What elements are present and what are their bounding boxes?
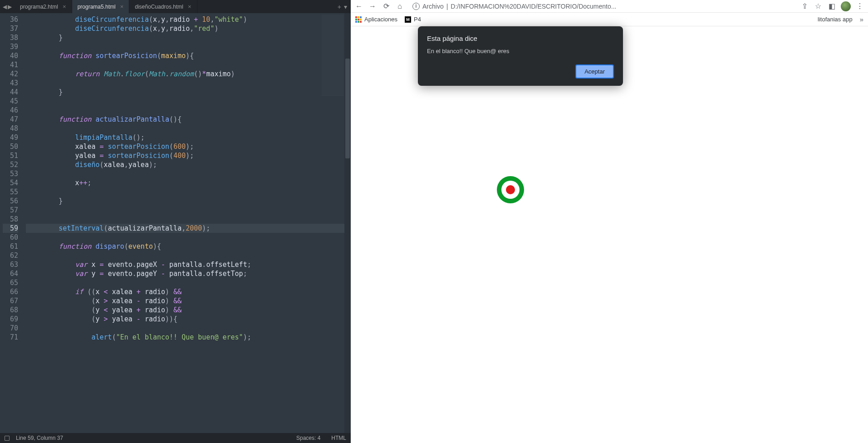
line-number[interactable]: 62: [3, 251, 18, 260]
code-line[interactable]: function actualizarPantalla(){: [26, 115, 351, 124]
code-line[interactable]: setInterval(actualizarPantalla,2000);: [26, 224, 351, 233]
code-line[interactable]: [26, 97, 351, 106]
panel-icon[interactable]: [5, 436, 10, 441]
code-line[interactable]: x++;: [26, 178, 351, 187]
line-number[interactable]: 65: [3, 278, 18, 287]
code-line[interactable]: function disparo(evento){: [26, 242, 351, 251]
line-number[interactable]: 59: [3, 224, 18, 233]
line-number[interactable]: 58: [3, 215, 18, 224]
line-number[interactable]: 52: [3, 160, 18, 169]
close-icon[interactable]: ×: [120, 3, 124, 10]
editor-scrollbar[interactable]: [344, 13, 351, 433]
code-line[interactable]: xalea = sortearPosicion(600);: [26, 142, 351, 151]
reload-icon[interactable]: ⟳: [382, 2, 391, 11]
code-line[interactable]: [26, 106, 351, 115]
profile-avatar[interactable]: [841, 1, 851, 11]
code-line[interactable]: [26, 60, 351, 69]
new-tab-icon[interactable]: +: [338, 3, 341, 10]
tab-programa5-html[interactable]: programa5.html×: [72, 0, 130, 13]
code-line[interactable]: [26, 324, 351, 333]
line-number[interactable]: 43: [3, 79, 18, 88]
code-content[interactable]: diseCircunferencia(x,y,radio + 10,"white…: [23, 13, 351, 433]
sidepanel-icon[interactable]: ◧: [827, 2, 836, 11]
home-icon[interactable]: ⌂: [395, 2, 404, 11]
line-number[interactable]: 56: [3, 197, 18, 206]
forward-icon[interactable]: →: [368, 2, 377, 11]
code-line[interactable]: [26, 79, 351, 88]
line-number[interactable]: 38: [3, 33, 18, 42]
code-line[interactable]: function sortearPosicion(maximo){: [26, 51, 351, 60]
line-number[interactable]: 46: [3, 106, 18, 115]
line-number[interactable]: 41: [3, 60, 18, 69]
line-number[interactable]: 45: [3, 97, 18, 106]
code-line[interactable]: diseño(xalea,yalea);: [26, 160, 351, 169]
code-line[interactable]: var y = evento.pageY - pantalla.offsetTo…: [26, 269, 351, 278]
share-icon[interactable]: ⇪: [800, 2, 809, 11]
line-number-gutter[interactable]: 3637383940414243444546474849505152535455…: [3, 13, 22, 433]
code-line[interactable]: var x = evento.pageX - pantalla.offsetLe…: [26, 260, 351, 269]
code-line[interactable]: (y > yalea - radio)){: [26, 315, 351, 324]
bookmark-p4[interactable]: M P4: [405, 16, 421, 23]
line-number[interactable]: 63: [3, 260, 18, 269]
kebab-menu-icon[interactable]: ⋮: [855, 2, 864, 11]
line-number[interactable]: 39: [3, 42, 18, 51]
page-viewport[interactable]: Esta página dice En el blanco!! Que buen…: [351, 26, 868, 443]
minimap[interactable]: [322, 15, 343, 97]
code-area[interactable]: 3637383940414243444546474849505152535455…: [0, 13, 351, 433]
line-number[interactable]: 70: [3, 324, 18, 333]
line-number[interactable]: 36: [3, 15, 18, 24]
bookmark-litofanias[interactable]: litofanias app: [818, 16, 853, 23]
line-number[interactable]: 37: [3, 24, 18, 33]
code-line[interactable]: [26, 215, 351, 224]
address-bar[interactable]: i Archivo | D:/INFORMACION%20DAVID/ESCRI…: [409, 1, 795, 11]
line-number[interactable]: 44: [3, 88, 18, 97]
alert-accept-button[interactable]: Aceptar: [575, 64, 614, 79]
tab-dise-oCuadros-html[interactable]: diseñoCuadros.html×: [129, 0, 197, 13]
code-line[interactable]: }: [26, 197, 351, 206]
code-line[interactable]: [26, 233, 351, 242]
cursor-position[interactable]: Line 59, Column 37: [16, 435, 63, 441]
line-number[interactable]: 50: [3, 142, 18, 151]
line-number[interactable]: 71: [3, 333, 18, 342]
line-number[interactable]: 67: [3, 296, 18, 305]
code-line[interactable]: }: [26, 33, 351, 42]
line-number[interactable]: 49: [3, 133, 18, 142]
code-line[interactable]: (y < yalea + radio) &&: [26, 305, 351, 315]
back-icon[interactable]: ←: [354, 2, 363, 11]
code-line[interactable]: [26, 124, 351, 133]
code-line[interactable]: }: [26, 88, 351, 97]
code-line[interactable]: alert("En el blanco!! Que buen@ eres");: [26, 333, 351, 342]
bookmark-star-icon[interactable]: ☆: [814, 2, 823, 11]
tab-back-icon[interactable]: ◀: [3, 4, 7, 10]
line-number[interactable]: 42: [3, 69, 18, 79]
code-line[interactable]: if ((x < xalea + radio) &&: [26, 287, 351, 296]
code-line[interactable]: [26, 206, 351, 215]
tab-programa2-html[interactable]: programa2.html×: [15, 0, 72, 13]
site-info-icon[interactable]: i: [412, 3, 420, 10]
line-number[interactable]: 61: [3, 242, 18, 251]
code-line[interactable]: yalea = sortearPosicion(400);: [26, 151, 351, 160]
code-line[interactable]: [26, 278, 351, 287]
target-graphic[interactable]: [497, 176, 524, 203]
tab-forward-icon[interactable]: ▶: [8, 4, 12, 10]
line-number[interactable]: 57: [3, 206, 18, 215]
bookmarks-overflow-icon[interactable]: »: [860, 15, 863, 23]
line-number[interactable]: 40: [3, 51, 18, 60]
code-line[interactable]: diseCircunferencia(x,y,radio,"red"): [26, 24, 351, 33]
line-number[interactable]: 64: [3, 269, 18, 278]
tab-menu-icon[interactable]: ▾: [344, 3, 347, 10]
code-line[interactable]: (x > xalea - radio) &&: [26, 296, 351, 305]
line-number[interactable]: 51: [3, 151, 18, 160]
code-line[interactable]: return Math.floor(Math.random()*maximo): [26, 69, 351, 79]
code-line[interactable]: limpiaPantalla();: [26, 133, 351, 142]
line-number[interactable]: 69: [3, 315, 18, 324]
line-number[interactable]: 66: [3, 287, 18, 296]
code-line[interactable]: [26, 169, 351, 178]
bookmark-apps[interactable]: Aplicaciones: [355, 16, 397, 23]
close-icon[interactable]: ×: [188, 3, 191, 10]
code-line[interactable]: [26, 187, 351, 197]
line-number[interactable]: 53: [3, 169, 18, 178]
code-line[interactable]: diseCircunferencia(x,y,radio + 10,"white…: [26, 15, 351, 24]
code-line[interactable]: [26, 42, 351, 51]
indent-setting[interactable]: Spaces: 4: [296, 435, 320, 441]
